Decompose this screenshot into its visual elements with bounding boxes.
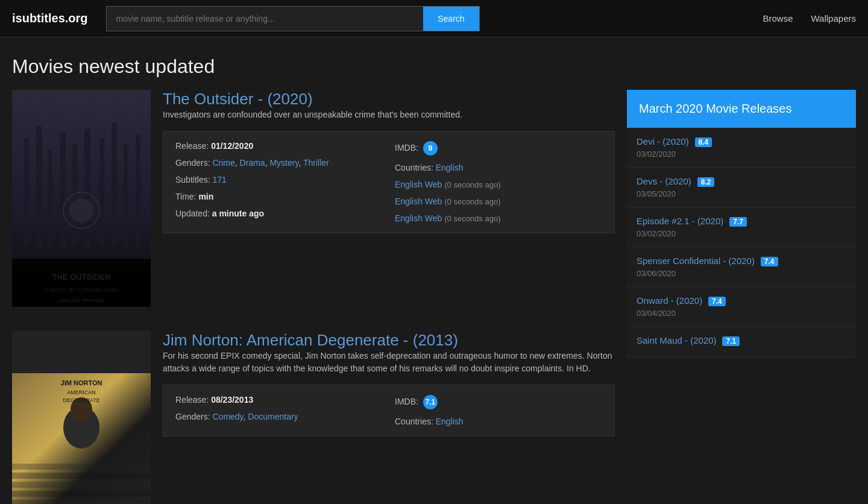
sidebar-item-devi[interactable]: Devi - (2020) 8.4 03/02/2020 <box>627 128 856 168</box>
search-button[interactable]: Search <box>423 7 479 31</box>
subtitle-link-1: English Web (0 seconds ago) <box>395 180 602 189</box>
movie-poster-outsider: THE OUTSIDER A NOVEL BY STEPHEN KING JAN… <box>12 90 151 307</box>
jn-country-english[interactable]: English <box>436 417 464 426</box>
sidebar-item-spenser[interactable]: Spenser Confidential - (2020) 7.4 03/06/… <box>627 247 856 287</box>
header: isubtitles.org Search Browse Wallpapers <box>0 0 868 37</box>
page-title-section: Movies newest updated <box>0 37 868 90</box>
release-label: Release: <box>175 141 209 151</box>
nav-wallpapers[interactable]: Wallpapers <box>811 13 856 24</box>
search-input[interactable] <box>107 7 424 31</box>
svg-rect-1 <box>24 138 29 247</box>
sidebar-item-title-row-devs: Devs - (2020) 8.2 <box>637 176 846 187</box>
svg-text:A NOVEL BY STEPHEN KING: A NOVEL BY STEPHEN KING <box>45 287 118 293</box>
site-logo[interactable]: isubtitles.org <box>12 11 88 25</box>
details-row-1: Release: 01/12/2020 Genders: Crime, Dram… <box>175 141 602 223</box>
movie-details-outsider: Release: 01/12/2020 Genders: Crime, Dram… <box>163 131 615 233</box>
movie-info-jimnorton: Jim Norton: American Degenerate - (2013)… <box>163 331 615 504</box>
nav-browse[interactable]: Browse <box>763 13 793 24</box>
sidebar-rating-spenser: 7.4 <box>761 257 778 266</box>
sidebar-item-title-row-episode: Episode #2.1 - (2020) 7.7 <box>637 216 846 227</box>
jn-countries-item: Countries: English <box>395 417 602 426</box>
search-bar: Search <box>106 6 480 31</box>
sidebar-title-devs[interactable]: Devs - (2020) <box>637 176 691 186</box>
sidebar-item-devs[interactable]: Devs - (2020) 8.2 03/05/2020 <box>627 168 856 207</box>
movie-desc-outsider: Investigators are confounded over an uns… <box>163 109 615 121</box>
release-value: 01/12/2020 <box>211 141 253 151</box>
imdb-badge: 9 <box>423 141 438 156</box>
svg-rect-3 <box>48 150 52 247</box>
jn-release-item: Release: 08/23/2013 <box>175 395 383 405</box>
subtitles-item: Subtitles: 171 <box>175 175 383 184</box>
movie-title-jimnorton[interactable]: Jim Norton: American Degenerate - (2013) <box>163 331 458 349</box>
updated-value: a minute ago <box>212 209 264 218</box>
svg-rect-7 <box>99 138 104 247</box>
genres-item: Genders: Crime, Drama, Mystery, Thriller <box>175 158 383 168</box>
subtitles-label: Subtitles: <box>175 175 210 184</box>
sidebar-item-episode[interactable]: Episode #2.1 - (2020) 7.7 03/02/2020 <box>627 207 856 247</box>
subtitle-time-2: (0 seconds ago) <box>444 197 500 206</box>
sidebar-title-saintmaud[interactable]: Saint Maud - (2020) <box>637 335 717 345</box>
subtitle-link-2: English Web (0 seconds ago) <box>395 197 602 206</box>
jn-details-right: IMDB: 7.1 Countries: English <box>395 395 602 426</box>
svg-rect-5 <box>72 144 77 247</box>
country-english[interactable]: English <box>436 163 464 172</box>
jn-details-left: Release: 08/23/2013 Genders: Comedy, Doc… <box>175 395 383 426</box>
subtitle-link-3: English Web (0 seconds ago) <box>395 213 602 223</box>
subtitle-time-1: (0 seconds ago) <box>444 180 500 189</box>
imdb-item: IMDB: 9 <box>395 141 602 156</box>
sidebar-title-episode[interactable]: Episode #2.1 - (2020) <box>637 216 723 226</box>
jn-imdb-label: IMDB: <box>395 397 418 406</box>
subtitle-link-english-web-1[interactable]: English Web <box>395 180 442 189</box>
subtitle-link-english-web-2[interactable]: English Web <box>395 197 442 206</box>
details-right-1: IMDB: 9 Countries: English English Web (… <box>395 141 602 223</box>
jn-release-value: 08/23/2013 <box>211 395 253 405</box>
movie-card: THE OUTSIDER A NOVEL BY STEPHEN KING JAN… <box>12 90 615 307</box>
time-value: min <box>198 192 213 201</box>
subtitles-value[interactable]: 171 <box>212 175 226 184</box>
svg-rect-8 <box>112 123 117 247</box>
svg-point-12 <box>69 198 93 222</box>
genre-crime[interactable]: Crime <box>212 158 234 168</box>
sidebar-rating-episode: 7.7 <box>729 217 747 227</box>
sidebar-title-spenser[interactable]: Spenser Confidential - (2020) <box>637 256 755 266</box>
genre-thriller[interactable]: Thriller <box>303 158 329 168</box>
sidebar-item-title-row: Devi - (2020) 8.4 <box>637 136 846 147</box>
sidebar-item-onward[interactable]: Onward - (2020) 7.4 03/04/2020 <box>627 287 856 327</box>
sidebar-rating-saintmaud: 7.1 <box>722 336 740 346</box>
svg-rect-10 <box>136 135 140 247</box>
countries-label: Countries: <box>395 163 433 172</box>
sidebar-item-title-row-onward: Onward - (2020) 7.4 <box>637 295 846 306</box>
sidebar-rating-devs: 8.2 <box>697 177 715 187</box>
jn-genre-documentary[interactable]: Documentary <box>248 412 298 421</box>
main-nav: Browse Wallpapers <box>763 13 856 24</box>
jn-details-row-1: Release: 08/23/2013 Genders: Comedy, Doc… <box>175 395 602 426</box>
sidebar-item-title-row-saintmaud: Saint Maud - (2020) 7.1 <box>637 335 846 346</box>
svg-rect-9 <box>124 144 128 247</box>
genre-mystery[interactable]: Mystery <box>269 158 298 168</box>
movie-desc-jimnorton: For his second EPIX comedy special, Jim … <box>163 350 615 375</box>
sidebar-item-title-row-spenser: Spenser Confidential - (2020) 7.4 <box>637 256 846 266</box>
svg-rect-20 <box>12 482 151 488</box>
svg-text:JIM NORTON: JIM NORTON <box>61 379 102 386</box>
subtitle-link-english-web-3[interactable]: English Web <box>395 213 442 223</box>
updated-label: Updated: <box>175 209 210 218</box>
movie-title-outsider[interactable]: The Outsider - (2020) <box>163 90 313 108</box>
jn-genres-label: Genders: <box>175 412 210 421</box>
sidebar-date-onward: 03/04/2020 <box>637 309 846 318</box>
sidebar: March 2020 Movie Releases Devi - (2020) … <box>627 90 856 504</box>
genres-label: Genders: <box>175 158 210 168</box>
sidebar-date-devs: 03/05/2020 <box>637 189 846 198</box>
jn-genre-comedy[interactable]: Comedy <box>212 412 243 421</box>
jn-imdb-item: IMDB: 7.1 <box>395 395 602 409</box>
sidebar-date-episode: 03/02/2020 <box>637 229 846 238</box>
jn-release-label: Release: <box>175 395 209 405</box>
sidebar-title-onward[interactable]: Onward - (2020) <box>637 295 702 306</box>
poster-image-outsider: THE OUTSIDER A NOVEL BY STEPHEN KING JAN… <box>12 90 151 307</box>
sidebar-item-saintmaud[interactable]: Saint Maud - (2020) 7.1 <box>627 327 856 358</box>
genre-drama[interactable]: Drama <box>240 158 265 168</box>
sidebar-title-devi[interactable]: Devi - (2020) <box>637 136 689 146</box>
sidebar-header: March 2020 Movie Releases <box>627 90 856 128</box>
page-title: Movies newest updated <box>12 55 856 78</box>
jn-imdb-badge: 7.1 <box>423 395 438 409</box>
time-item: Time: min <box>175 192 383 201</box>
